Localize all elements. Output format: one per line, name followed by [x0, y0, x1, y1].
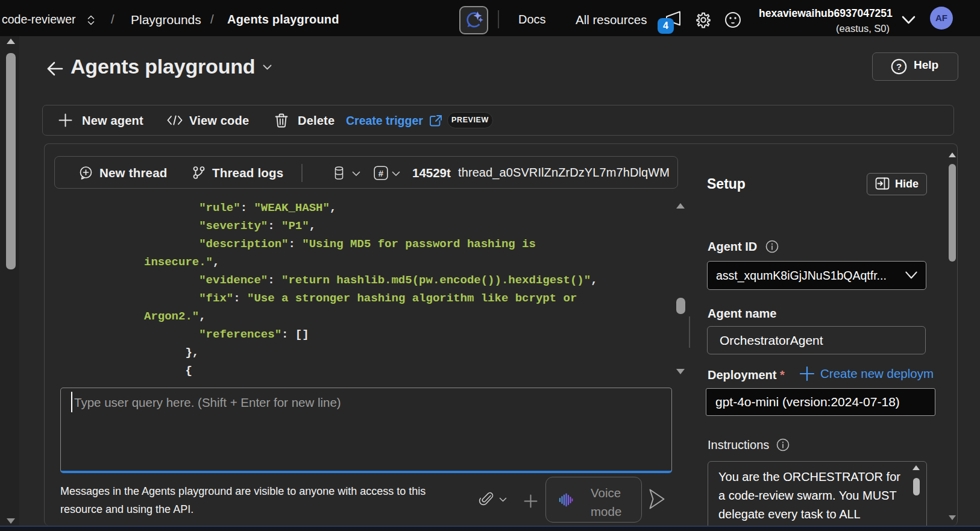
svg-text:?: ? [896, 61, 902, 72]
svg-text:#: # [378, 168, 384, 178]
